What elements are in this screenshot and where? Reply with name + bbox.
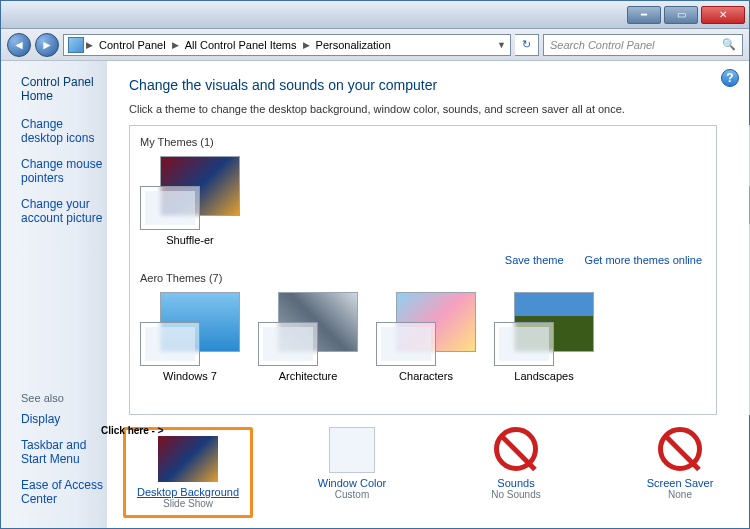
- theme-name: Windows 7: [140, 370, 240, 382]
- sidebar-link-taskbar[interactable]: Taskbar and Start Menu: [21, 438, 107, 466]
- dropdown-icon[interactable]: ▼: [497, 40, 506, 50]
- sounds-value: No Sounds: [451, 489, 581, 500]
- window-frame: ━ ▭ ✕ ◄ ► ▶ Control Panel ▶ All Control …: [0, 0, 750, 529]
- theme-name: Characters: [376, 370, 476, 382]
- desktop-background-value: Slide Show: [130, 498, 246, 509]
- theme-item-shuffle-er[interactable]: Shuffle-er: [140, 156, 240, 246]
- sidebar-link-mouse-pointers[interactable]: Change mouse pointers: [21, 157, 107, 185]
- screen-saver-button[interactable]: Screen Saver None: [615, 427, 745, 518]
- window-color-value: Custom: [287, 489, 417, 500]
- no-screensaver-icon: [658, 427, 702, 471]
- search-input[interactable]: Search Control Panel 🔍: [543, 34, 743, 56]
- aero-themes-label: Aero Themes (7): [140, 272, 706, 284]
- theme-name: Architecture: [258, 370, 358, 382]
- forward-button[interactable]: ►: [35, 33, 59, 57]
- address-bar[interactable]: ▶ Control Panel ▶ All Control Panel Item…: [63, 34, 511, 56]
- minimize-button[interactable]: ━: [627, 6, 661, 24]
- page-title: Change the visuals and sounds on your co…: [129, 77, 745, 93]
- sidebar: Control Panel Home Change desktop icons …: [1, 61, 107, 528]
- theme-item-architecture[interactable]: Architecture: [258, 292, 358, 382]
- no-sounds-icon: [494, 427, 538, 471]
- location-icon: [68, 37, 84, 53]
- main-content: ? Change the visuals and sounds on your …: [107, 61, 749, 528]
- sounds-label: Sounds: [451, 477, 581, 489]
- maximize-button[interactable]: ▭: [664, 6, 698, 24]
- breadcrumb[interactable]: All Control Panel Items: [181, 39, 301, 51]
- desktop-background-label: Desktop Background: [130, 486, 246, 498]
- search-placeholder: Search Control Panel: [550, 39, 655, 51]
- window-color-label: Window Color: [287, 477, 417, 489]
- breadcrumb[interactable]: Control Panel: [95, 39, 170, 51]
- see-also-header: See also: [21, 392, 107, 404]
- search-icon[interactable]: 🔍: [722, 38, 736, 51]
- theme-item-landscapes[interactable]: Landscapes: [494, 292, 594, 382]
- theme-name: Landscapes: [494, 370, 594, 382]
- desktop-background-button[interactable]: Desktop Background Slide Show: [123, 427, 253, 518]
- sounds-button[interactable]: Sounds No Sounds: [451, 427, 581, 518]
- breadcrumb[interactable]: Personalization: [312, 39, 395, 51]
- annotation-arrow: Click here - >: [101, 425, 164, 436]
- close-button[interactable]: ✕: [701, 6, 745, 24]
- theme-item-characters[interactable]: Characters: [376, 292, 476, 382]
- save-theme-link[interactable]: Save theme: [505, 254, 564, 266]
- refresh-button[interactable]: ↻: [515, 34, 539, 56]
- sidebar-link-ease-of-access[interactable]: Ease of Access Center: [21, 478, 107, 506]
- sidebar-link-desktop-icons[interactable]: Change desktop icons: [21, 117, 107, 145]
- screen-saver-label: Screen Saver: [615, 477, 745, 489]
- theme-item-windows7[interactable]: Windows 7: [140, 292, 240, 382]
- chevron-icon: ▶: [303, 40, 310, 50]
- chevron-icon: ▶: [172, 40, 179, 50]
- sidebar-link-display[interactable]: Display: [21, 412, 107, 426]
- my-themes-label: My Themes (1): [140, 136, 706, 148]
- theme-name: Shuffle-er: [140, 234, 240, 246]
- help-button[interactable]: ?: [721, 69, 739, 87]
- window-color-button[interactable]: Window Color Custom: [287, 427, 417, 518]
- more-themes-link[interactable]: Get more themes online: [585, 254, 702, 266]
- sidebar-link-account-picture[interactable]: Change your account picture: [21, 197, 107, 225]
- chevron-icon: ▶: [86, 40, 93, 50]
- back-button[interactable]: ◄: [7, 33, 31, 57]
- control-panel-home[interactable]: Control Panel Home: [21, 75, 107, 103]
- titlebar[interactable]: ━ ▭ ✕: [1, 1, 749, 29]
- themes-panel: My Themes (1) Shuffle-er Save theme Get …: [129, 125, 717, 415]
- navbar: ◄ ► ▶ Control Panel ▶ All Control Panel …: [1, 29, 749, 61]
- screen-saver-value: None: [615, 489, 745, 500]
- page-subtitle: Click a theme to change the desktop back…: [129, 103, 745, 115]
